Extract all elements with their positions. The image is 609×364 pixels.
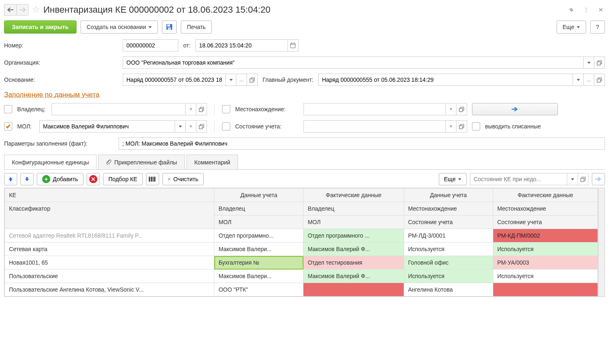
cell-fact-owner[interactable]: Отдел программного ... — [303, 229, 404, 243]
tab-files[interactable]: Прикрепленные файлы — [98, 155, 184, 169]
cell-acc-loc[interactable]: Ангелина Котова — [404, 283, 493, 297]
th-fact2[interactable]: Фактические данные — [493, 189, 598, 202]
th-acc[interactable]: Данные учета — [214, 189, 303, 202]
owner-input[interactable] — [52, 103, 186, 115]
save-button[interactable] — [162, 20, 177, 34]
table-row[interactable]: Сетевой адаптер Realtek RTL8168/8111 Fam… — [5, 229, 598, 243]
params-input[interactable] — [119, 137, 605, 150]
main-doc-input[interactable] — [318, 74, 573, 86]
more-button[interactable]: Еще — [557, 20, 587, 34]
show-written-off-checkbox[interactable] — [472, 122, 480, 130]
create-based-button[interactable]: Создать на основании — [81, 20, 158, 34]
cell-classifier[interactable]: Пользовательские — [5, 270, 214, 283]
cell-ke[interactable]: Сетевой адаптер Realtek RTL8168/8111 Fam… — [5, 229, 214, 243]
close-icon[interactable]: ✕ — [597, 6, 605, 14]
open-icon[interactable] — [196, 120, 207, 133]
apply-status-button[interactable] — [592, 173, 605, 185]
favorite-star-icon[interactable]: ☆ — [32, 4, 40, 15]
add-button[interactable]: + Добавить — [37, 173, 83, 185]
th-loc-acc[interactable]: Местонахождение — [404, 202, 493, 216]
table-more-button[interactable]: Еще — [439, 173, 467, 185]
cell-fact-loc[interactable]: РМ-УА/0003 — [493, 256, 598, 270]
cell-fact-status[interactable]: Используется — [493, 270, 598, 283]
select-ke-button[interactable]: Подбор КЕ — [103, 173, 143, 185]
number-input[interactable] — [123, 39, 178, 52]
ellipsis-icon[interactable]: ... — [236, 74, 247, 86]
apply-filter-button[interactable] — [472, 103, 558, 115]
th-mol-fact[interactable]: МОЛ — [303, 216, 404, 229]
cell-fact-owner[interactable] — [303, 283, 404, 297]
cell-fact-loc[interactable]: РМ-КД-ПМ/0002 — [493, 229, 598, 243]
open-icon[interactable] — [594, 56, 605, 69]
table-row[interactable]: ПользовательскиеМаксимов Валери...Максим… — [5, 270, 598, 283]
th-status-fact[interactable]: Состояние учета — [493, 216, 598, 229]
th-owner-fact[interactable]: Владелец — [303, 202, 404, 216]
mol-checkbox[interactable] — [4, 122, 12, 130]
tab-config-units[interactable]: Конфигурационные единицы — [4, 155, 97, 169]
help-button[interactable]: ? — [590, 20, 605, 34]
dropdown-icon[interactable] — [567, 173, 578, 185]
clear-icon[interactable]: × — [186, 120, 196, 133]
dropdown-icon[interactable] — [584, 56, 594, 69]
back-button[interactable] — [4, 4, 16, 16]
org-input[interactable] — [123, 56, 584, 69]
cell-fact-loc[interactable] — [493, 283, 598, 297]
open-icon[interactable] — [456, 103, 467, 115]
cell-acc-owner[interactable]: Бухгалтерия № — [214, 256, 303, 270]
cell-fact-mol[interactable]: Максимов Валерий Ф... — [303, 270, 404, 283]
open-icon[interactable] — [594, 74, 605, 86]
table-row[interactable]: Новая1001, 65Бухгалтерия №Отдел тестиров… — [5, 256, 598, 270]
link-icon[interactable] — [567, 6, 575, 14]
table-row[interactable]: Сетевая картаМаксимов Валери...Максимов … — [5, 243, 598, 256]
cell-acc-status[interactable]: Используется — [404, 243, 493, 256]
fill-by-data-link[interactable]: Заполнение по данным учета — [4, 91, 99, 101]
print-button[interactable]: Печать — [181, 20, 212, 34]
cell-acc-status[interactable]: Используется — [404, 270, 493, 283]
location-checkbox[interactable] — [222, 105, 230, 113]
table-row[interactable]: Пользовательские Ангелина Котова, ViewSo… — [5, 283, 598, 297]
status-checkbox[interactable] — [222, 122, 230, 130]
th-owner-acc[interactable]: Владелец — [214, 202, 303, 216]
th-loc-fact[interactable]: Местонахождение — [493, 202, 598, 216]
clear-button[interactable]: × Очистить — [162, 173, 204, 185]
barcode-button[interactable] — [146, 173, 159, 185]
cell-acc-loc[interactable]: РМ-ЛД-3/0001 — [404, 229, 493, 243]
delete-button[interactable]: ✕ — [87, 173, 100, 185]
calendar-icon[interactable] — [288, 39, 299, 52]
cell-ke[interactable]: Новая1001, 65 — [5, 256, 214, 270]
save-close-button[interactable]: Записать и закрыть — [4, 20, 76, 34]
date-input[interactable] — [196, 39, 288, 52]
th-fact[interactable]: Фактические данные — [303, 189, 404, 202]
status-input[interactable] — [303, 120, 446, 133]
open-icon[interactable] — [247, 74, 258, 86]
th-classifier[interactable]: Классификатор — [5, 202, 214, 229]
owner-checkbox[interactable] — [4, 105, 12, 113]
tab-comment[interactable]: Комментарий — [187, 155, 238, 169]
table-scrollbar[interactable] — [598, 188, 605, 297]
dropdown-icon[interactable] — [175, 120, 186, 133]
cell-fact-status[interactable]: Используется — [493, 243, 598, 256]
dropdown-icon[interactable] — [226, 74, 236, 86]
cell-acc-mol[interactable]: Максимов Валери... — [214, 270, 303, 283]
cell-fact-owner[interactable]: Отдел тестирования — [303, 256, 404, 270]
forward-button[interactable] — [16, 4, 29, 16]
location-input[interactable] — [303, 103, 446, 115]
move-down-button[interactable] — [20, 173, 34, 185]
open-icon[interactable] — [456, 120, 467, 133]
kebab-menu-icon[interactable]: ⋮ — [582, 6, 590, 14]
th-ke[interactable]: КЕ — [5, 189, 214, 202]
status-ke-input[interactable] — [470, 173, 567, 185]
cell-ke[interactable]: Пользовательские Ангелина Котова, ViewSo… — [5, 283, 214, 297]
cell-acc-loc[interactable]: Головной офис — [404, 256, 493, 270]
cell-fact-mol[interactable]: Максимов Валерий Ф... — [303, 243, 404, 256]
open-icon[interactable] — [578, 173, 589, 185]
ellipsis-icon[interactable]: ... — [584, 74, 594, 86]
cell-acc-owner[interactable]: ООО "РТК" — [214, 283, 303, 297]
clear-icon[interactable]: × — [446, 120, 456, 133]
dropdown-icon[interactable] — [573, 74, 584, 86]
cell-acc-owner[interactable]: Отдел программно... — [214, 229, 303, 243]
th-status-acc[interactable]: Состояние учета — [404, 216, 493, 229]
basis-input[interactable] — [123, 74, 226, 86]
th-acc2[interactable]: Данные учета — [404, 189, 493, 202]
clear-icon[interactable]: × — [186, 103, 196, 115]
